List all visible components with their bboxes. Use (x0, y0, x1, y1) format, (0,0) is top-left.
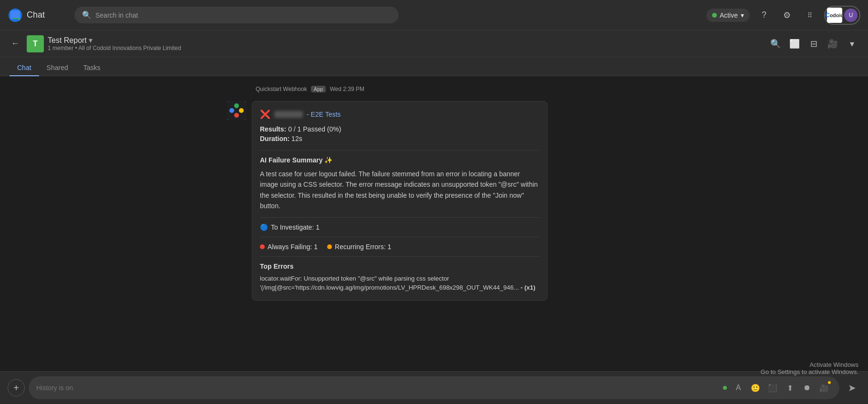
top-nav-right: Active ▾ ? ⚙ ⠿ Codoid U (706, 6, 860, 25)
ai-summary-title: AI Failure Summary ✨ (260, 156, 539, 164)
tabs-bar: Chat Shared Tasks (0, 57, 868, 76)
back-button[interactable]: ← (8, 36, 23, 51)
add-content-button[interactable]: + (8, 379, 25, 396)
tab-chat[interactable]: Chat (10, 60, 39, 76)
chat-logo-icon (8, 8, 23, 23)
input-field-wrapper: A 🙂 ⬛ ⬆ ⏺ 🎥 (29, 376, 839, 399)
search-bar[interactable]: 🔍 (74, 7, 399, 23)
gear-icon: ⚙ (783, 10, 791, 20)
room-dropdown-icon[interactable]: ▾ (89, 36, 93, 45)
video-button[interactable]: 🎥 (824, 35, 841, 52)
recurring-errors-dot (327, 244, 332, 249)
threads-icon: ⊟ (810, 39, 817, 49)
split-view-icon: ⬜ (789, 39, 800, 49)
divider-1 (260, 150, 539, 151)
card-results: Results: 0 / 1 Passed (0%) (260, 125, 539, 133)
webhook-body: ❌ - E2E Tests Results: 0 / 1 Passed (0%)… (227, 101, 641, 301)
attach-button[interactable]: ⬛ (765, 380, 780, 395)
apps-grid-icon: ⠿ (807, 11, 813, 19)
sender-name: Quickstart Webhook (256, 86, 307, 92)
input-bar: + A 🙂 ⬛ ⬆ ⏺ 🎥 ➤ (0, 371, 868, 404)
status-dropdown-icon: ▾ (741, 11, 744, 19)
status-badge[interactable]: Active ▾ (706, 9, 750, 22)
recurring-errors-item: Recurring Errors: 1 (327, 243, 391, 251)
app-title: Chat (27, 10, 45, 20)
chevron-down-icon: ▾ (850, 39, 854, 49)
video-record-button[interactable]: 🎥 (816, 380, 832, 395)
video-record-icon: 🎥 (819, 384, 829, 393)
search-icon: 🔍 (770, 39, 781, 49)
main-content: Quickstart Webhook App Wed 2:39 PM ❌ (0, 76, 868, 404)
upload-icon: ⬆ (787, 384, 793, 393)
attach-icon: ⬛ (768, 384, 777, 393)
ai-summary-body: A test case for user logout failed. The … (260, 169, 539, 212)
plus-icon: + (13, 383, 19, 394)
investigate-label: To Investigate: 1 (271, 223, 320, 231)
room-info: Test Report ▾ 1 member • All of Codoid I… (48, 36, 767, 51)
input-actions: A 🙂 ⬛ ⬆ ⏺ 🎥 (731, 380, 832, 395)
send-icon: ➤ (848, 382, 856, 394)
back-icon: ← (11, 39, 20, 49)
apps-button[interactable]: ⠿ (801, 7, 818, 24)
header-actions: 🔍 ⬜ ⊟ 🎥 ▾ (767, 35, 860, 52)
card-title-row: ❌ - E2E Tests (260, 109, 539, 120)
investigate-icon: 🔵 (260, 223, 268, 231)
help-button[interactable]: ? (755, 7, 773, 24)
format-icon: A (736, 384, 741, 392)
history-dot (723, 386, 727, 390)
room-avatar-letter: T (33, 40, 38, 48)
search-input[interactable] (95, 11, 391, 19)
status-dot (712, 13, 717, 18)
svg-point-2 (229, 108, 234, 113)
divider-2 (260, 217, 539, 218)
divider-3 (260, 237, 539, 237)
always-failing-label: Always Failing: 1 (268, 243, 318, 251)
always-failing-item: Always Failing: 1 (260, 243, 318, 251)
threads-button[interactable]: ⊟ (805, 35, 822, 52)
recurring-errors-label: Recurring Errors: 1 (335, 243, 391, 251)
blurred-project-name (274, 111, 303, 118)
error-icon: ❌ (260, 109, 270, 120)
room-meta: 1 member • All of Codoid Innovations Pri… (48, 45, 767, 51)
top-nav: Chat 🔍 Active ▾ ? ⚙ ⠿ Codoid U (0, 0, 868, 30)
message-container: Quickstart Webhook App Wed 2:39 PM ❌ (219, 86, 649, 301)
room-avatar: T (27, 35, 44, 52)
send-button[interactable]: ➤ (843, 379, 860, 396)
split-view-button[interactable]: ⬜ (786, 35, 803, 52)
emoji-icon: 🙂 (751, 384, 760, 393)
video-icon: 🎥 (827, 39, 838, 49)
user-avatar-container[interactable]: Codoid U (824, 6, 860, 25)
app-logo: Chat (8, 8, 65, 23)
search-room-button[interactable]: 🔍 (767, 35, 784, 52)
format-text-button[interactable]: A (731, 380, 746, 395)
card-duration: Duration: 12s (260, 135, 539, 142)
webhook-avatar (227, 101, 246, 120)
results-value: 0 / 1 Passed (0%) (288, 125, 341, 133)
message-timestamp: Wed 2:39 PM (330, 86, 364, 92)
secondary-header: ← T Test Report ▾ 1 member • All of Codo… (0, 30, 868, 57)
tab-tasks[interactable]: Tasks (76, 60, 108, 76)
top-errors-title: Top Errors (260, 263, 539, 270)
message-card: ❌ - E2E Tests Results: 0 / 1 Passed (0%)… (252, 101, 548, 301)
user-avatar: U (844, 9, 858, 22)
room-name: Test Report ▾ (48, 36, 767, 45)
investigate-row: 🔵 To Investigate: 1 (260, 223, 539, 231)
message-input[interactable] (36, 384, 719, 392)
search-icon: 🔍 (82, 10, 92, 20)
sender-badge: App (311, 86, 326, 92)
tab-shared[interactable]: Shared (39, 60, 76, 76)
svg-point-5 (234, 113, 239, 118)
webhook-header: Quickstart Webhook App Wed 2:39 PM (256, 86, 641, 92)
record-button[interactable]: ⏺ (799, 380, 815, 395)
divider-4 (260, 256, 539, 257)
brand-icon: Codoid (827, 8, 842, 23)
error-count: - (x1) (520, 284, 535, 291)
emoji-button[interactable]: 🙂 (748, 380, 763, 395)
help-icon: ? (762, 10, 766, 20)
status-label: Active (720, 11, 738, 19)
e2e-link[interactable]: - E2E Tests (307, 111, 341, 118)
error-text: locator.waitFor: Unsupported token "@src… (260, 274, 539, 293)
more-options-button[interactable]: ▾ (843, 35, 860, 52)
settings-button[interactable]: ⚙ (778, 7, 796, 24)
upload-button[interactable]: ⬆ (782, 380, 797, 395)
